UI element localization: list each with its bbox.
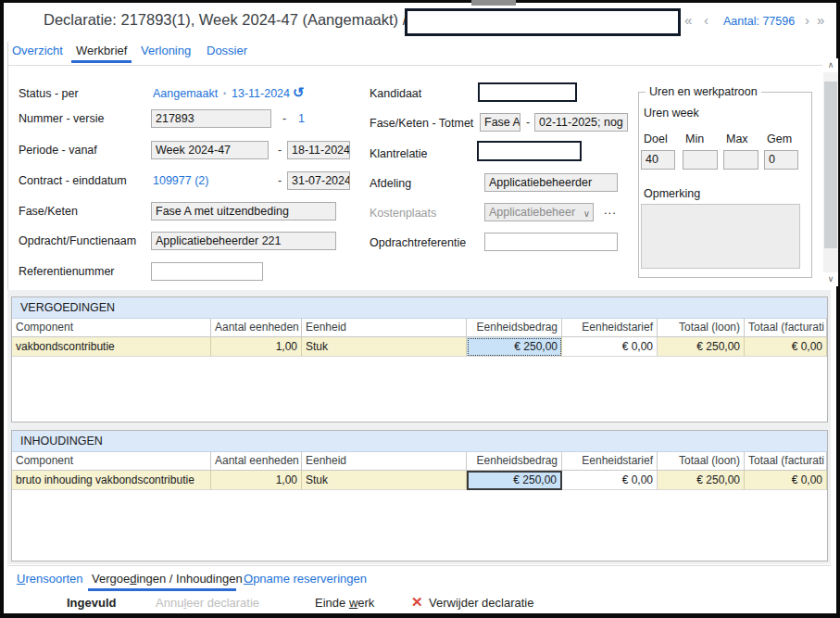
kandidaat-field-redacted[interactable]	[478, 82, 577, 102]
inhoudingen-panel: INHOUDINGEN Component Aantal eenheden Ee…	[11, 430, 828, 561]
kostenplaats-dropdown[interactable]: Applicatiebeheer ∨	[484, 203, 594, 221]
min-field[interactable]	[683, 150, 718, 170]
einddatum-field[interactable]: 31-07-2024	[287, 171, 350, 190]
doel-label: Doel	[644, 132, 668, 145]
col-eenheidstarief: Eenheidstarief	[562, 452, 658, 471]
cell-aantal[interactable]: 1,00	[211, 337, 302, 357]
inhoudingen-header-row: Component Aantal eenheden Eenheid Eenhei…	[12, 452, 827, 471]
afdeling-field[interactable]: Applicatiebeheerder	[484, 173, 618, 192]
kostenplaats-more-button[interactable]: ...	[604, 203, 617, 217]
vanaf-date-field[interactable]: 18-11-2024	[287, 141, 350, 159]
cell-aantal[interactable]: 1,00	[211, 471, 302, 490]
redacted-title-box	[405, 8, 681, 36]
opmerking-label: Opmerking	[644, 187, 700, 200]
cell-eenheid[interactable]: Stuk	[302, 337, 467, 357]
versie-link[interactable]: 1	[298, 112, 305, 125]
min-label: Min	[685, 132, 704, 145]
tab-verloning[interactable]: Verloning	[141, 44, 191, 57]
form-scrollbar[interactable]: ∧ ∨	[823, 58, 838, 286]
cell-totaal-loon[interactable]: € 250,00	[658, 337, 745, 357]
gem-field[interactable]: 0	[764, 150, 798, 170]
scrollbar-down-icon[interactable]: ∨	[823, 272, 838, 286]
history-icon[interactable]: ↺	[293, 84, 305, 101]
status-bullet: •	[223, 89, 226, 98]
status-date-link[interactable]: 13-11-2024	[232, 87, 290, 100]
kostenplaats-value: Applicatiebeheer	[489, 206, 575, 219]
kandidaat-label: Kandidaat	[370, 87, 421, 100]
periode-separator: -	[278, 144, 282, 157]
afdeling-label: Afdeling	[370, 177, 411, 190]
scrollbar-up-icon[interactable]: ∧	[823, 58, 838, 72]
scrollbar-thumb[interactable]	[824, 82, 837, 248]
col-eenheid: Eenheid	[302, 319, 467, 337]
chevron-down-icon: ∨	[583, 206, 590, 221]
max-field[interactable]	[723, 150, 759, 170]
window-border-top	[0, 0, 840, 3]
nav-first-button[interactable]: «	[684, 12, 692, 28]
active-tab-indicator	[71, 60, 132, 63]
col-totaal-facturatie: Totaal (facturati	[745, 319, 827, 337]
klantrelatie-label: Klantrelatie	[370, 147, 428, 160]
contract-link[interactable]: 109977 (2)	[153, 174, 208, 187]
col-eenheid: Eenheid	[302, 452, 467, 471]
totmet-separator: -	[526, 116, 530, 129]
opmerking-textarea[interactable]	[641, 204, 800, 269]
col-totaal-facturatie: Totaal (facturati	[745, 452, 827, 471]
cell-totaal-loon[interactable]: € 250,00	[658, 471, 745, 490]
status-link[interactable]: Aangemaakt	[153, 87, 218, 100]
record-count-label[interactable]: Aantal: 77596	[723, 15, 795, 28]
cell-eenheid[interactable]: Stuk	[302, 471, 467, 490]
cell-eenheidstarief[interactable]: € 0,00	[562, 471, 658, 490]
tab-werkbrief[interactable]: Werkbrief	[76, 44, 127, 57]
fase-totmet-field[interactable]: Fase A	[480, 113, 520, 132]
cell-component[interactable]: bruto inhouding vakbondscontributie	[12, 471, 211, 490]
totmet-date-field[interactable]: 02-11-2025; nog	[534, 113, 628, 132]
referentienummer-field[interactable]	[151, 262, 263, 281]
verwijder-declaratie-button[interactable]: Verwijder declaratie	[429, 596, 533, 610]
opdrachtreferentie-field[interactable]	[484, 233, 618, 251]
nummer-separator: -	[282, 112, 286, 125]
nav-last-button[interactable]: »	[817, 12, 824, 28]
col-aantal-eenheden: Aantal eenheden	[211, 319, 302, 337]
col-aantal-eenheden: Aantal eenheden	[211, 452, 302, 471]
nav-next-button[interactable]: ›	[805, 12, 809, 28]
nav-prev-button[interactable]: ‹	[704, 12, 708, 28]
delete-x-icon[interactable]: ✕	[411, 594, 423, 611]
doel-field[interactable]: 40	[641, 150, 675, 170]
tab-opname-reserveringen[interactable]: Opname reserveringen	[244, 572, 367, 586]
periode-field[interactable]: Week 2024-47	[151, 141, 269, 159]
tab-vergoedingen-inhoudingen[interactable]: Vergoedingen / Inhoudingen	[92, 572, 243, 586]
vergoedingen-header-row: Component Aantal eenheden Eenheid Eenhei…	[12, 319, 827, 337]
cell-eenheidsbedrag-selected[interactable]: € 250,00	[467, 471, 562, 490]
referentienummer-label: Referentienummer	[19, 265, 115, 278]
col-eenheidstarief: Eenheidstarief	[562, 319, 658, 337]
col-totaal-loon: Totaal (loon)	[658, 452, 745, 471]
page-title: Declaratie: 217893(1), Week 2024-47 (Aan…	[44, 11, 407, 29]
cell-totaal-facturatie[interactable]: € 0,00	[745, 337, 827, 357]
col-eenheidsbedrag: Eenheidsbedrag	[467, 319, 562, 337]
cell-totaal-facturatie[interactable]: € 0,00	[745, 471, 827, 490]
opdrachtreferentie-label: Opdrachtreferentie	[370, 236, 466, 249]
vergoedingen-panel: VERGOEDINGEN Component Aantal eenheden E…	[11, 296, 828, 423]
table-row[interactable]: bruto inhouding vakbondscontributie 1,00…	[12, 471, 827, 490]
fase-keten-field[interactable]: Fase A met uitzendbeding	[151, 202, 336, 221]
tab-urensoorten[interactable]: Urensoorten	[17, 572, 83, 586]
cell-component[interactable]: vakbondscontributie	[12, 337, 211, 357]
col-component: Component	[12, 452, 211, 471]
tab-dossier[interactable]: Dossier	[207, 44, 247, 57]
contract-separator: -	[278, 174, 282, 187]
ingevuld-button[interactable]: Ingevuld	[67, 596, 116, 610]
opdracht-functienaam-label: Opdracht/Functienaam	[19, 234, 136, 247]
cell-eenheidstarief[interactable]: € 0,00	[562, 337, 658, 357]
cell-eenheidsbedrag-selected[interactable]: € 250,00	[467, 337, 562, 357]
table-row[interactable]: vakbondscontributie 1,00 Stuk € 250,00 €…	[12, 337, 827, 357]
periode-vanaf-label: Periode - vanaf	[19, 144, 97, 157]
tab-overzicht[interactable]: Overzicht	[12, 44, 63, 57]
annuleer-declaratie-button[interactable]: Annuleer declaratie	[156, 596, 259, 610]
uren-werkpatroon-legend: Uren en werkpatroon	[646, 85, 761, 98]
einde-werk-button[interactable]: Einde werk	[315, 596, 374, 610]
opdracht-field[interactable]: Applicatiebeheerder 221	[151, 232, 336, 250]
fase-keten-totmet-label: Fase/Keten - Totmet	[370, 117, 473, 130]
klantrelatie-field-redacted[interactable]	[477, 141, 582, 161]
nummer-field[interactable]: 217893	[151, 109, 271, 128]
